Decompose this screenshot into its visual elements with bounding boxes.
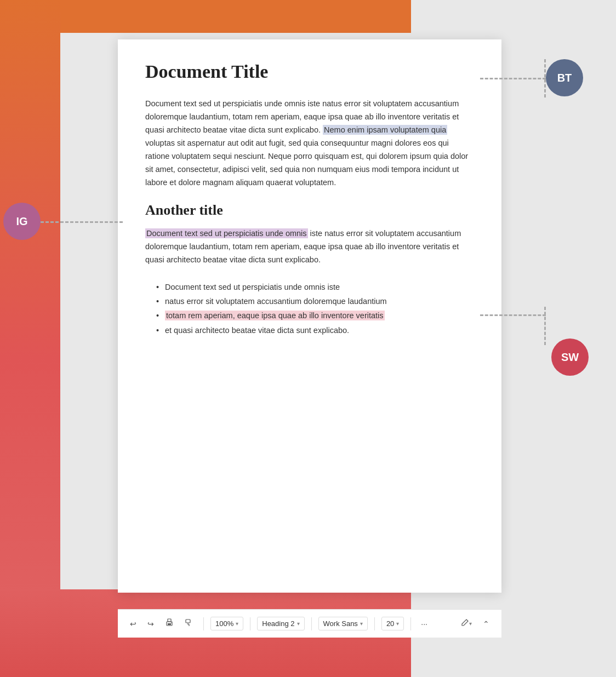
- redo-icon: ↪: [147, 619, 154, 628]
- list-item-3-highlight: totam rem aperiam, eaque ipsa quae ab il…: [165, 311, 385, 320]
- paragraph-1: Document text sed ut perspiciatis unde o…: [145, 97, 474, 189]
- document-toolbar: ↩ ↪ 100% ▾ Heading 2 ▾: [118, 609, 501, 638]
- heading-chevron: ▾: [297, 621, 300, 627]
- document-container: Document Title Document text sed ut pers…: [118, 39, 501, 593]
- list-item-4: et quasi architecto beatae vitae dicta s…: [156, 323, 474, 337]
- toolbar-divider-2: [250, 617, 250, 630]
- zoom-chevron: ▾: [236, 621, 238, 627]
- para1-highlight: Nemo enim ipsam voluptatem quia: [323, 125, 447, 135]
- pen-chevron: ▾: [469, 621, 472, 627]
- list-item-2: natus error sit voluptatem accusantium d…: [156, 294, 474, 308]
- document-list: Document text sed ut perspiciatis unde o…: [145, 280, 474, 337]
- more-icon: ···: [421, 619, 427, 628]
- undo-button[interactable]: ↩: [127, 617, 140, 630]
- more-button[interactable]: ···: [418, 617, 431, 630]
- font-select[interactable]: Work Sans ▾: [318, 617, 368, 630]
- svg-rect-2: [168, 623, 171, 625]
- avatar-bt[interactable]: BT: [546, 59, 583, 96]
- avatar-bt-initials: BT: [557, 72, 572, 84]
- svg-point-3: [171, 622, 172, 623]
- para1-text2: voluptas sit aspernatur aut odit aut fug…: [145, 139, 468, 187]
- format-paint-icon: [185, 618, 193, 629]
- avatar-sw[interactable]: SW: [551, 338, 589, 376]
- bg-top-orange: [0, 0, 411, 33]
- bg-left-orange: [0, 0, 60, 597]
- svg-rect-4: [186, 619, 190, 623]
- toolbar-divider-5: [410, 617, 411, 630]
- zoom-select[interactable]: 100% ▾: [210, 617, 243, 630]
- dashed-vline-sw: [544, 307, 546, 345]
- font-value: Work Sans: [323, 619, 358, 628]
- print-button[interactable]: [162, 616, 177, 631]
- avatar-ig[interactable]: IG: [3, 203, 41, 240]
- dashed-line-ig: [41, 221, 123, 223]
- size-chevron: ▾: [396, 621, 399, 627]
- collapse-button[interactable]: ⌃: [480, 617, 493, 630]
- undo-icon: ↩: [130, 619, 136, 628]
- pen-button[interactable]: ▾: [457, 616, 475, 631]
- heading-value: Heading 2: [262, 619, 294, 628]
- dashed-line-sw: [480, 314, 546, 316]
- collapse-icon: ⌃: [483, 619, 489, 628]
- dashed-line-bt: [480, 78, 546, 79]
- size-value: 20: [386, 619, 394, 628]
- document-title: Document Title: [145, 61, 474, 82]
- avatar-sw-initials: SW: [561, 351, 579, 364]
- toolbar-divider-3: [311, 617, 312, 630]
- para2-highlight: Document text sed ut perspiciatis unde o…: [145, 228, 308, 238]
- avatar-ig-initials: IG: [16, 215, 27, 228]
- zoom-value: 100%: [215, 619, 233, 628]
- list-item-1: Document text sed ut perspiciatis unde o…: [156, 280, 474, 294]
- redo-button[interactable]: ↪: [144, 617, 157, 630]
- paragraph-2: Document text sed ut perspiciatis unde o…: [145, 227, 474, 267]
- toolbar-divider-4: [374, 617, 375, 630]
- section2-title: Another title: [145, 202, 474, 219]
- pen-icon: [460, 618, 469, 629]
- font-chevron: ▾: [360, 621, 363, 627]
- list-item-3: totam rem aperiam, eaque ipsa quae ab il…: [156, 308, 474, 323]
- format-paint-button[interactable]: [181, 616, 197, 631]
- svg-rect-1: [168, 619, 171, 622]
- heading-select[interactable]: Heading 2 ▾: [257, 617, 304, 630]
- print-icon: [165, 618, 174, 629]
- toolbar-divider-1: [203, 617, 204, 630]
- size-select[interactable]: 20 ▾: [381, 617, 404, 630]
